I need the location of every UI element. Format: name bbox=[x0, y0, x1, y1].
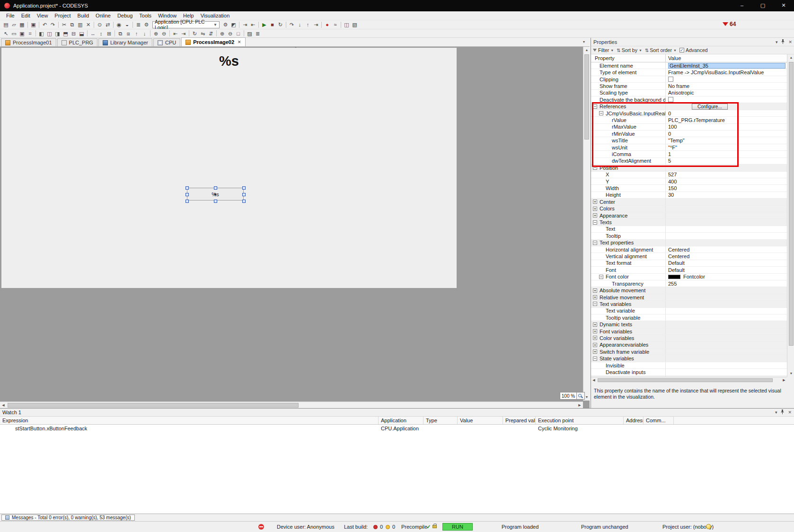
resize-handle-n[interactable] bbox=[214, 186, 217, 190]
property-value[interactable] bbox=[666, 369, 787, 375]
property-row-deactivate-inputs[interactable]: Deactivate inputs bbox=[591, 369, 787, 375]
tab-processimage01[interactable]: ProcessImage01 bbox=[1, 38, 56, 46]
property-row-dynamic-texts[interactable]: +Dynamic texts bbox=[591, 321, 787, 328]
paste-icon[interactable]: ▥ bbox=[76, 21, 84, 28]
visualization-canvas[interactable]: %s %s bbox=[1, 48, 457, 288]
property-value[interactable]: Default bbox=[666, 267, 787, 273]
new-project-icon[interactable]: ▤ bbox=[2, 21, 10, 28]
editor-horizontal-scrollbar[interactable]: ◀ ▶ bbox=[0, 401, 583, 408]
expand-toggle-icon[interactable]: − bbox=[593, 241, 597, 245]
menu-online[interactable]: Online bbox=[92, 13, 114, 18]
step-over-icon[interactable]: ↷ bbox=[288, 21, 296, 28]
zoom-level[interactable]: 100 % bbox=[560, 392, 577, 400]
align-bottom-icon[interactable]: ⬓ bbox=[78, 30, 86, 37]
filter-button[interactable]: Filter ▼ bbox=[593, 47, 614, 53]
expand-toggle-icon[interactable]: + bbox=[593, 323, 597, 327]
property-value[interactable] bbox=[666, 294, 787, 300]
property-value[interactable]: Default bbox=[666, 260, 787, 266]
scroll-thumb[interactable] bbox=[598, 378, 773, 382]
property-row-switch-frame-variable[interactable]: +Switch frame variable bbox=[591, 349, 787, 355]
property-row-scaling-type[interactable]: Scaling typeAnisotropic bbox=[591, 90, 787, 96]
tab-cpu[interactable]: CPU bbox=[153, 38, 180, 46]
menu-visualization[interactable]: Visualization bbox=[197, 13, 233, 18]
resize-handle-ne[interactable] bbox=[242, 186, 246, 190]
property-value[interactable] bbox=[666, 233, 787, 239]
property-value[interactable]: 5 bbox=[666, 158, 787, 164]
bring-to-front-icon[interactable]: ⧉ bbox=[116, 30, 124, 37]
make-same-width-icon[interactable]: ↔ bbox=[89, 30, 97, 37]
property-row-width[interactable]: Width150 bbox=[591, 185, 787, 192]
scroll-thumb[interactable] bbox=[8, 403, 299, 408]
property-value[interactable]: 255 bbox=[666, 280, 787, 287]
toggle-breakpoint-icon[interactable]: ● bbox=[323, 21, 331, 28]
property-row-y[interactable]: Y400 bbox=[591, 178, 787, 185]
flip-horizontal-icon[interactable]: ⇋ bbox=[199, 30, 207, 37]
property-value[interactable] bbox=[666, 219, 787, 225]
align-middle-vertical-icon[interactable]: ⊟ bbox=[70, 30, 78, 37]
property-row-state-variables[interactable]: −State variables bbox=[591, 355, 787, 362]
menu-window[interactable]: Window bbox=[155, 13, 180, 18]
logout-icon[interactable]: ⇤ bbox=[249, 21, 257, 28]
property-row-text-variables[interactable]: −Text variables bbox=[591, 301, 787, 307]
expand-toggle-icon[interactable]: + bbox=[593, 343, 597, 347]
menu-file[interactable]: File bbox=[3, 13, 18, 18]
property-row-relative-movement[interactable]: +Relative movement bbox=[591, 294, 787, 301]
watch-column-application[interactable]: Application bbox=[379, 417, 423, 424]
property-value[interactable] bbox=[666, 212, 787, 218]
zoom-out-icon[interactable]: ⊖ bbox=[226, 30, 234, 37]
expand-toggle-icon[interactable]: − bbox=[593, 166, 597, 170]
property-value[interactable]: 400 bbox=[666, 178, 787, 184]
column-value[interactable]: Value bbox=[666, 54, 787, 62]
compile-icon[interactable]: ⚙ bbox=[142, 21, 150, 28]
delete-icon[interactable]: ✕ bbox=[84, 21, 92, 28]
minimize-button[interactable]: – bbox=[732, 0, 752, 11]
expand-toggle-icon[interactable]: + bbox=[593, 349, 597, 354]
magnifier-icon[interactable] bbox=[577, 392, 585, 400]
property-row-dwtextalignment[interactable]: dwTextAlignment5 bbox=[591, 158, 787, 165]
property-row-wstitle[interactable]: wsTitle"Temp" bbox=[591, 137, 787, 144]
sort-order-button[interactable]: ⇅ Sort order ▼ bbox=[645, 47, 677, 53]
expand-toggle-icon[interactable]: + bbox=[593, 295, 597, 299]
tab-overflow-icon[interactable]: ▾ bbox=[583, 40, 585, 44]
expand-toggle-icon[interactable]: + bbox=[593, 207, 597, 211]
notification-badge[interactable]: 64 bbox=[723, 21, 736, 27]
single-cycle-icon[interactable]: ↻ bbox=[276, 21, 284, 28]
property-value[interactable] bbox=[666, 362, 787, 368]
watch-column-comm[interactable]: Comm... bbox=[644, 417, 674, 424]
property-row-text-properties[interactable]: −Text properties bbox=[591, 240, 787, 246]
print-icon[interactable]: ▣ bbox=[29, 21, 37, 28]
configure-button[interactable]: Configure... bbox=[692, 104, 728, 110]
property-value[interactable]: 0 bbox=[666, 131, 787, 137]
property-row-horizontal-alignment[interactable]: Horizontal alignmentCentered bbox=[591, 246, 787, 253]
property-row-appearance[interactable]: +Appearance bbox=[591, 212, 787, 219]
make-same-height-icon[interactable]: ↕ bbox=[97, 30, 105, 37]
scroll-right-icon[interactable]: ▶ bbox=[576, 402, 583, 408]
property-row-references[interactable]: −ReferencesConfigure... bbox=[591, 103, 787, 110]
step-into-icon[interactable]: ↓ bbox=[296, 21, 304, 28]
expand-toggle-icon[interactable]: − bbox=[593, 302, 597, 306]
property-row-position[interactable]: −Position bbox=[591, 165, 787, 171]
menu-project[interactable]: Project bbox=[51, 13, 74, 18]
flip-vertical-icon[interactable]: ⇵ bbox=[207, 30, 215, 37]
tab-close-icon[interactable]: ✕ bbox=[238, 40, 241, 44]
property-value[interactable]: Fontcolor bbox=[666, 274, 787, 280]
align-left-icon[interactable]: ◧ bbox=[37, 30, 45, 37]
scroll-up-icon[interactable]: ▲ bbox=[788, 54, 794, 61]
property-row-wsunit[interactable]: wsUnit"°F" bbox=[591, 144, 787, 151]
online-config-icon[interactable]: ◩ bbox=[229, 21, 238, 28]
open-project-icon[interactable]: ▱ bbox=[10, 21, 18, 28]
watch-column-expression[interactable]: Expression bbox=[0, 417, 379, 424]
property-value[interactable]: Centered bbox=[666, 246, 787, 253]
property-row-type-of-element[interactable]: Type of elementFrame -> JCmpVisuBasic.In… bbox=[591, 69, 787, 76]
tab-processimage02[interactable]: ProcessImage02✕ bbox=[181, 37, 245, 46]
watch-column-value[interactable]: Value bbox=[458, 417, 503, 424]
watch-row[interactable]: stStartButton.xButtonFeedbackCPU.Applica… bbox=[0, 425, 794, 432]
property-value[interactable]: 0 bbox=[666, 110, 787, 116]
watch-column-prepared-value[interactable]: Prepared value bbox=[503, 417, 536, 424]
visualization-editor[interactable]: %s %s ▲ ▼ ◀ ▶ 100 % bbox=[0, 47, 590, 408]
menu-debug[interactable]: Debug bbox=[114, 13, 136, 18]
zoom-in-icon[interactable]: ⊕ bbox=[218, 30, 226, 37]
property-row-height[interactable]: Height30 bbox=[591, 192, 787, 199]
property-row-absolute-movement[interactable]: +Absolute movement bbox=[591, 287, 787, 294]
project-settings-icon[interactable]: ≣ bbox=[134, 21, 142, 28]
